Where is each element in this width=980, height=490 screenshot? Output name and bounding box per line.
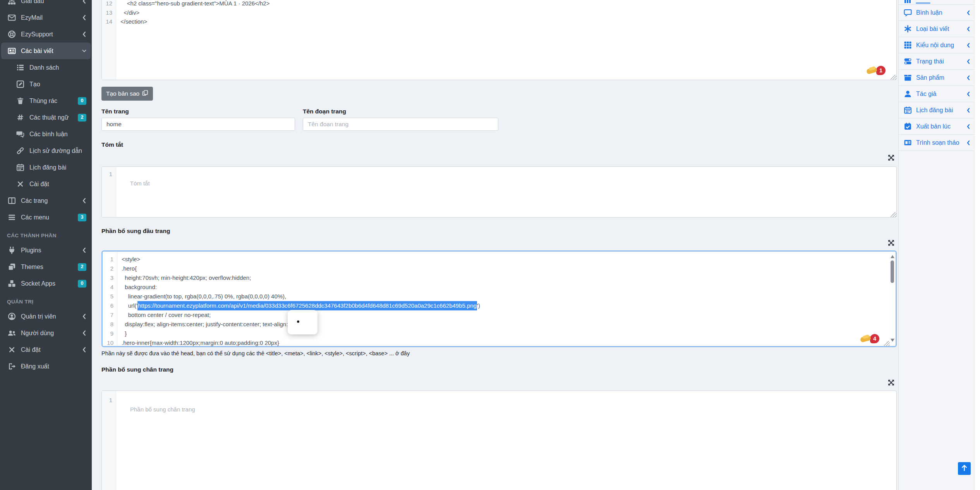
line-number-gutter: 1 <box>102 167 116 217</box>
panel-item-sản-phẩm[interactable]: Sản phẩm <box>899 70 974 86</box>
sidebar-item-cài-đặt[interactable]: Cài đặt <box>0 341 92 358</box>
handshake-emoji <box>860 334 872 343</box>
sidebar-item-label: Đăng xuất <box>21 363 86 370</box>
expand-icon[interactable] <box>887 379 895 387</box>
scrollbar-up-button[interactable] <box>891 255 894 258</box>
line-number: 3 <box>103 273 117 283</box>
code-line: url('https://tournament.ezyplatform.com/… <box>122 301 886 310</box>
line-number: 1 <box>102 396 116 405</box>
line-number: 5 <box>103 292 117 301</box>
sidebar-item-các-trang[interactable]: Các trang <box>0 192 92 209</box>
page-name-input[interactable] <box>101 118 295 131</box>
code-area[interactable]: Phần bổ sung chân trang <box>117 391 896 490</box>
sidebar-item-cài-đặt[interactable]: Cài đặt <box>0 176 92 192</box>
context-popup <box>288 310 318 334</box>
chevron-left-icon <box>966 140 970 146</box>
sign-out-icon <box>8 362 16 370</box>
panel-item-kiểu-nội-dung[interactable]: Kiểu nội dung <box>899 37 974 53</box>
scrollbar-thumb[interactable] <box>891 260 894 283</box>
code-line: </section> <box>120 17 892 26</box>
sidebar-item-label: EzySupport <box>21 31 82 38</box>
code-line: } <box>122 329 886 338</box>
footer-code-editor[interactable]: 1 Phần bổ sung chân trang <box>101 391 897 490</box>
summary-editor[interactable]: 1 Tóm tắt <box>101 166 897 218</box>
head-section-label: Phần bổ sung đầu trang <box>101 228 170 235</box>
right-panel-menu: Bình luậnLoại bài viếtKiểu nội dungTrạng… <box>899 5 974 151</box>
count-badge: 0 <box>78 280 86 288</box>
page-scrollbar-track[interactable] <box>974 0 980 490</box>
code-line: linear-gradient(to top, rgba(0,0,0,.75) … <box>122 292 886 301</box>
sidebar-item-các-thuật-ngữ[interactable]: Các thuật ngữ2 <box>0 109 92 126</box>
right-settings-panel: Bình luậnLoại bài viếtKiểu nội dungTrạng… <box>898 0 974 490</box>
tools-icon <box>8 346 16 354</box>
clipped-icon <box>904 0 911 3</box>
calendar-icon <box>16 163 24 171</box>
code-line: height:70svh; min-height:420px; overflow… <box>122 273 886 283</box>
calendar-icon <box>904 106 912 114</box>
expand-icon[interactable] <box>887 154 895 162</box>
sidebar-item-danh-sách[interactable]: Danh sách <box>0 59 92 76</box>
sidebar-item-socket-apps[interactable]: Socket Apps0 <box>0 275 92 292</box>
sidebar-item-đăng-xuất[interactable]: Đăng xuất <box>0 358 92 375</box>
sidebar-menu: Giải đấuEzyMailEzySupportCác bài viếtDan… <box>0 0 92 375</box>
sidebar-item-các-bài-viết[interactable]: Các bài viết <box>1 43 91 59</box>
resize-handle[interactable] <box>884 341 890 346</box>
comment-icon <box>904 9 912 17</box>
panel-item-trạng-thái[interactable]: Trạng thái <box>899 53 974 70</box>
asterisk-icon <box>904 25 912 33</box>
sidebar-item-lịch-sử-đường-dẫn[interactable]: Lịch sử đường dẫn <box>0 142 92 159</box>
sidebar-item-label: Cài đặt <box>21 346 82 353</box>
chevron-left-icon <box>966 59 970 64</box>
sidebar-section-header: CÁC THÀNH PHẦN <box>0 226 92 242</box>
chevron-left-icon <box>82 314 86 319</box>
trash-icon <box>16 97 24 105</box>
resize-handle[interactable] <box>891 212 896 217</box>
sidebar-item-ezysupport[interactable]: EzySupport <box>0 26 92 43</box>
hashtag-icon <box>16 113 24 122</box>
sidebar-item-các-menu[interactable]: Các menu3 <box>0 209 92 226</box>
template-code-editor[interactable]: 121314 <h2 class="hero-sub gradient-text… <box>101 0 897 80</box>
panel-item-tác-giả[interactable]: Tác giả <box>899 86 974 102</box>
sidebar-item-label: EzyMail <box>21 14 82 21</box>
code-area[interactable]: Tóm tắt <box>117 167 896 217</box>
panel-item-lịch-đăng-bài[interactable]: Lịch đăng bài <box>899 102 974 118</box>
code-area[interactable]: <style>.hero{ height:70svh; min-height:4… <box>118 252 889 346</box>
sidebar-item-quản-trị-viên[interactable]: Quản trị viên <box>0 308 92 325</box>
code-area[interactable]: <h2 class="hero-sub gradient-text">MÙA 1… <box>117 0 896 80</box>
sidebar-item-label: Thùng rác <box>29 98 78 105</box>
page-slug-input[interactable] <box>303 118 498 131</box>
calendar-check-icon <box>904 122 912 130</box>
handshake-emoji <box>867 66 878 75</box>
panel-item-label: Xuất bản lúc <box>916 123 966 130</box>
line-number: 12 <box>102 0 116 8</box>
popup-bullet-dot <box>297 320 299 323</box>
create-copy-button[interactable]: Tạo bản sao <box>101 87 153 101</box>
sidebar-item-giải-đấu[interactable]: Giải đấu <box>0 0 92 9</box>
scroll-to-top-button[interactable] <box>958 462 971 475</box>
sidebar-item-thùng-rác[interactable]: Thùng rác0 <box>0 93 92 109</box>
chevron-left-icon <box>82 15 86 21</box>
head-code-editor[interactable]: 12345678910 <style>.hero{ height:70svh; … <box>101 250 897 347</box>
panel-item-bình-luận[interactable]: Bình luận <box>899 5 974 21</box>
user-icon <box>904 90 912 98</box>
footer-section-label: Phần bổ sung chân trang <box>101 366 173 373</box>
sidebar-item-người-dùng[interactable]: Người dùng <box>0 325 92 341</box>
sitemap-icon <box>8 0 16 5</box>
resize-handle[interactable] <box>891 75 896 80</box>
partial-item-top[interactable] <box>899 0 974 5</box>
chevron-left-icon <box>966 75 970 81</box>
panel-item-trình-soạn-thảo[interactable]: Trình soạn thảo <box>899 135 974 151</box>
panel-item-xuất-bản-lúc[interactable]: Xuất bản lúc <box>899 118 974 135</box>
sidebar-item-lịch-đăng-bài[interactable]: Lịch đăng bài <box>0 159 92 176</box>
panel-item-loại-bài-viết[interactable]: Loại bài viết <box>899 21 974 37</box>
sidebar-item-tạo[interactable]: Tạo <box>0 76 92 93</box>
sidebar-item-các-bình-luận[interactable]: Các bình luận <box>0 126 92 142</box>
expand-icon[interactable] <box>887 239 895 247</box>
sidebar-item-plugins[interactable]: Plugins <box>0 242 92 259</box>
sidebar-item-ezymail[interactable]: EzyMail <box>0 9 92 26</box>
scrollbar-down-button[interactable] <box>891 339 894 342</box>
sidebar-item-themes[interactable]: Themes2 <box>0 259 92 275</box>
left-sidebar: Giải đấuEzyMailEzySupportCác bài viếtDan… <box>0 0 92 490</box>
page-slug-label: Tên đoạn trang <box>303 108 346 115</box>
sidebar-item-label: Các thuật ngữ <box>29 114 78 121</box>
